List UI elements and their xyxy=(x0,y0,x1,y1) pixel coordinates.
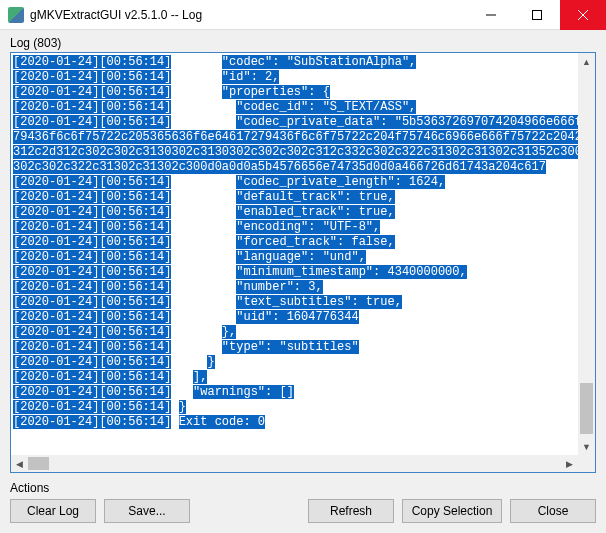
vertical-scroll-thumb[interactable] xyxy=(580,383,593,435)
log-line: [2020-01-24][00:56:14] "warnings": [] xyxy=(13,385,576,400)
log-line: [2020-01-24][00:56:14] Exit code: 0 xyxy=(13,415,576,430)
log-line: [2020-01-24][00:56:14] "codec_private_da… xyxy=(13,115,576,130)
log-line: [2020-01-24][00:56:14] "number": 3, xyxy=(13,280,576,295)
scroll-right-button[interactable]: ▶ xyxy=(561,455,578,472)
horizontal-scrollbar[interactable]: ◀ ▶ xyxy=(11,455,578,472)
log-line: [2020-01-24][00:56:14] "uid": 1604776344 xyxy=(13,310,576,325)
log-line: [2020-01-24][00:56:14] }, xyxy=(13,325,576,340)
title-bar: gMKVExtractGUI v2.5.1.0 -- Log xyxy=(0,0,606,30)
log-line: [2020-01-24][00:56:14] "minimum_timestam… xyxy=(13,265,576,280)
log-line: 79436f6c6f75722c205365636f6e64617279436f… xyxy=(13,130,576,145)
app-icon xyxy=(8,7,24,23)
window-close-button[interactable] xyxy=(560,0,606,30)
log-line: [2020-01-24][00:56:14] "language": "und"… xyxy=(13,250,576,265)
horizontal-scroll-thumb[interactable] xyxy=(28,457,49,470)
scroll-left-button[interactable]: ◀ xyxy=(11,455,28,472)
log-line: 312c2d312c302c302c3130302c3130302c302c30… xyxy=(13,145,576,160)
log-line: [2020-01-24][00:56:14] } xyxy=(13,355,576,370)
log-line: [2020-01-24][00:56:14] "id": 2, xyxy=(13,70,576,85)
log-text-area[interactable]: [2020-01-24][00:56:14] "codec": "SubStat… xyxy=(10,52,596,473)
clear-log-button[interactable]: Clear Log xyxy=(10,499,96,523)
log-line: [2020-01-24][00:56:14] "codec_id": "S_TE… xyxy=(13,100,576,115)
copy-selection-button[interactable]: Copy Selection xyxy=(402,499,502,523)
refresh-button[interactable]: Refresh xyxy=(308,499,394,523)
close-button[interactable]: Close xyxy=(510,499,596,523)
vertical-scrollbar[interactable]: ▲ ▼ xyxy=(578,53,595,455)
svg-rect-1 xyxy=(533,10,542,19)
log-line: [2020-01-24][00:56:14] ], xyxy=(13,370,576,385)
window-minimize-button[interactable] xyxy=(468,0,514,30)
window-maximize-button[interactable] xyxy=(514,0,560,30)
actions-group-label: Actions xyxy=(10,481,596,495)
log-line: [2020-01-24][00:56:14] "enabled_track": … xyxy=(13,205,576,220)
log-group-label: Log (803) xyxy=(10,36,596,50)
log-line: [2020-01-24][00:56:14] "encoding": "UTF-… xyxy=(13,220,576,235)
scroll-down-button[interactable]: ▼ xyxy=(578,438,595,455)
log-line: [2020-01-24][00:56:14] "text_subtitles":… xyxy=(13,295,576,310)
log-line: [2020-01-24][00:56:14] "properties": { xyxy=(13,85,576,100)
log-line: 302c302c322c31302c31302c300d0a0d0a5b4576… xyxy=(13,160,576,175)
scroll-up-button[interactable]: ▲ xyxy=(578,53,595,70)
window-title: gMKVExtractGUI v2.5.1.0 -- Log xyxy=(30,8,468,22)
scroll-corner xyxy=(578,455,595,472)
log-line: [2020-01-24][00:56:14] } xyxy=(13,400,576,415)
log-line: [2020-01-24][00:56:14] "forced_track": f… xyxy=(13,235,576,250)
log-line: [2020-01-24][00:56:14] "codec": "SubStat… xyxy=(13,55,576,70)
log-line: [2020-01-24][00:56:14] "default_track": … xyxy=(13,190,576,205)
log-line: [2020-01-24][00:56:14] "codec_private_le… xyxy=(13,175,576,190)
save-button[interactable]: Save... xyxy=(104,499,190,523)
log-line: [2020-01-24][00:56:14] "type": "subtitle… xyxy=(13,340,576,355)
button-row: Clear Log Save... Refresh Copy Selection… xyxy=(10,499,596,523)
